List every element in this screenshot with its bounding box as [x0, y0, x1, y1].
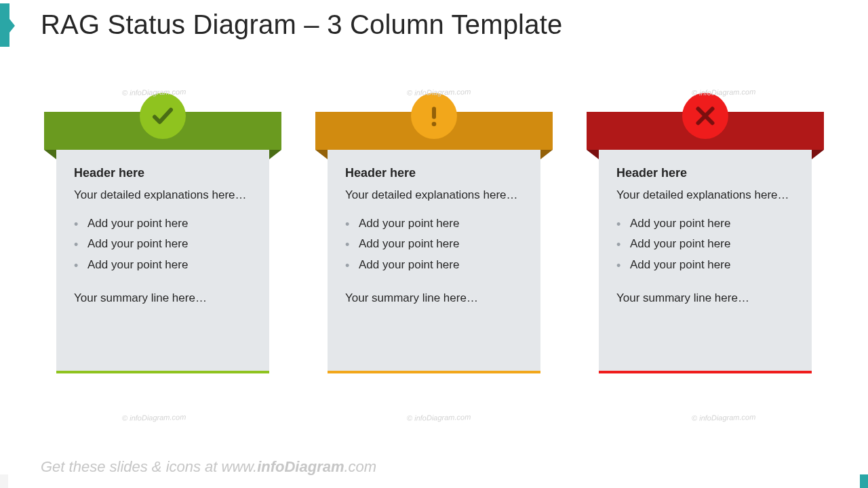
watermark: © infoDiagram.com [692, 413, 756, 422]
list-item: Add your point here [616, 255, 794, 276]
card-header: Header here [74, 166, 252, 180]
card-summary: Your summary line here… [616, 291, 794, 305]
footer-prefix: Get these slides & icons at [41, 458, 222, 475]
footer-domain-bold: infoDiagram [257, 458, 344, 475]
status-badge [140, 93, 186, 139]
status-banner [315, 112, 553, 150]
exclamation-icon [422, 104, 446, 128]
card-bullets: Add your point hereAdd your point hereAd… [616, 214, 794, 276]
card-summary: Your summary line here… [74, 291, 252, 305]
footer-caption: Get these slides & icons at www.infoDiag… [41, 458, 376, 476]
watermark: © infoDiagram.com [407, 413, 471, 422]
footer-domain-prefix: www. [222, 458, 258, 475]
status-badge [682, 93, 728, 139]
rag-column-green: Header hereYour detailed explanations he… [44, 112, 281, 372]
footer-domain-suffix: .com [344, 458, 377, 475]
status-banner [587, 112, 824, 150]
card-summary: Your summary line here… [345, 291, 523, 305]
list-item: Add your point here [616, 214, 794, 235]
rag-columns: Header hereYour detailed explanations he… [44, 112, 824, 372]
rag-column-amber: Header hereYour detailed explanations he… [315, 112, 553, 372]
card-description: Your detailed explanations here… [616, 187, 794, 204]
card-description: Your detailed explanations here… [74, 187, 252, 204]
slide-accent-bar [0, 3, 9, 47]
list-item: Add your point here [345, 234, 523, 255]
status-card: Header hereYour detailed explanations he… [328, 150, 540, 373]
list-item: Add your point here [74, 234, 252, 255]
slide-title: RAG Status Diagram – 3 Column Template [41, 9, 562, 40]
list-item: Add your point here [74, 255, 252, 276]
check-icon [151, 104, 175, 128]
card-header: Header here [616, 166, 794, 180]
slide-accent-point [9, 19, 15, 33]
status-card: Header hereYour detailed explanations he… [599, 150, 812, 373]
svg-point-1 [432, 122, 437, 127]
cross-icon [693, 104, 717, 128]
card-header: Header here [345, 166, 523, 180]
status-badge [411, 93, 457, 139]
status-card: Header hereYour detailed explanations he… [56, 150, 269, 373]
card-description: Your detailed explanations here… [345, 187, 523, 204]
svg-rect-0 [432, 107, 436, 119]
watermark: © infoDiagram.com [122, 413, 186, 422]
card-bullets: Add your point hereAdd your point hereAd… [74, 214, 252, 276]
list-item: Add your point here [345, 214, 523, 235]
list-item: Add your point here [74, 214, 252, 235]
rag-column-red: Header hereYour detailed explanations he… [587, 112, 824, 372]
status-banner [44, 112, 281, 150]
card-bullets: Add your point hereAdd your point hereAd… [345, 214, 523, 276]
list-item: Add your point here [345, 255, 523, 276]
list-item: Add your point here [616, 234, 794, 255]
footer-bar [0, 474, 868, 488]
